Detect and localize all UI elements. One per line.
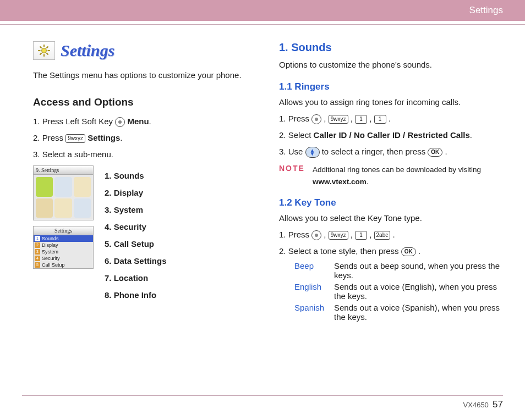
keytone-heading: 1.2 Key Tone [279,197,503,208]
page-number: 57 [493,399,503,410]
ringers-intro: Allows you to assign ring tones for inco… [279,96,503,109]
footer: VX4650 57 [22,395,503,410]
step-3: 3. Select a sub-menu. [33,148,257,161]
access-heading: Access and Options [33,96,257,108]
svg-line-8 [46,46,48,48]
ringers-heading: 1.1 Ringers [279,81,503,92]
key-9: 9wxyz [65,134,85,143]
ok-key-icon: OK [401,247,416,256]
svg-line-5 [40,46,41,48]
phone-screens: 9. Settings Settings 1Sounds 2Display 3S… [33,165,94,306]
tone-row-spanish: Spanish Sends out a voice (Spanish), whe… [294,303,503,322]
title-row: Settings [33,41,257,60]
right-column: 1. Sounds Options to customize the phone… [279,41,503,324]
r-step-1: 1. Press , 9wxyz , 1 , 1 . [279,112,503,125]
sounds-intro: Options to customize the phone's sounds. [279,58,503,71]
content-columns: Settings The Settings menu has options t… [0,25,525,324]
header-title: Settings [469,5,503,16]
key-2: 2abc [374,231,391,240]
kt-step-1: 1. Press , 9wxyz , 1 , 2abc . [279,228,503,241]
svg-line-6 [46,53,48,54]
tone-definitions: Beep Sends out a beep sound, when you pr… [279,261,503,322]
r-step-2: 2. Select Caller ID / No Caller ID / Res… [279,129,503,142]
tone-row-beep: Beep Sends out a beep sound, when you pr… [294,261,503,280]
submenu-list: 1. Sounds 2. Display 3. System 4. Securi… [105,165,167,306]
svg-line-7 [40,53,41,54]
svg-point-0 [42,48,47,53]
key-1: 1 [355,115,367,124]
phone-screen-list: Settings 1Sounds 2Display 3System 4Secur… [33,226,94,269]
left-soft-key-icon [115,117,125,127]
sounds-heading: 1. Sounds [279,41,503,54]
soft-key-icon [311,114,321,124]
note-label: NOTE [279,164,305,187]
access-steps: 1. Press Left Soft Key Menu. 2. Press 9w… [33,115,257,161]
key-9: 9wxyz [329,231,348,240]
soft-key-icon [311,230,321,240]
keytone-intro: Allows you to select the Key Tone type. [279,212,503,225]
step-2: 2. Press 9wxyz Settings. [33,131,257,145]
key-9: 9wxyz [329,115,348,124]
phone-screen-icons: 9. Settings [33,165,94,220]
kt-step-2: 2. Select a tone style, then press OK . [279,245,503,258]
settings-gear-icon [33,41,55,60]
header-bar: Settings [0,0,525,21]
tone-row-english: English Sends out a voice (English), whe… [294,282,503,301]
keytone-steps: 1. Press , 9wxyz , 1 , 2abc . 2. Select … [279,228,503,258]
note-text: Additional ring tones can be downloaded … [313,164,503,187]
key-1: 1 [374,115,386,124]
note-block: NOTE Additional ring tones can be downlo… [279,164,503,187]
left-column: Settings The Settings menu has options t… [33,41,257,324]
nav-key-icon: ▲▼ [305,147,320,158]
intro-text: The Settings menu has options to customi… [33,69,257,82]
page-title: Settings [61,41,114,60]
ringers-steps: 1. Press , 9wxyz , 1 , 1 . 2. Select Cal… [279,112,503,158]
r-step-3: 3. Use ▲▼ to select a ringer, then press… [279,145,503,158]
ok-key-icon: OK [428,148,442,157]
step-1: 1. Press Left Soft Key Menu. [33,115,257,128]
model-label: VX4650 [463,401,489,409]
submenu-block: 9. Settings Settings 1Sounds 2Display 3S… [33,165,257,306]
key-1: 1 [355,231,367,240]
